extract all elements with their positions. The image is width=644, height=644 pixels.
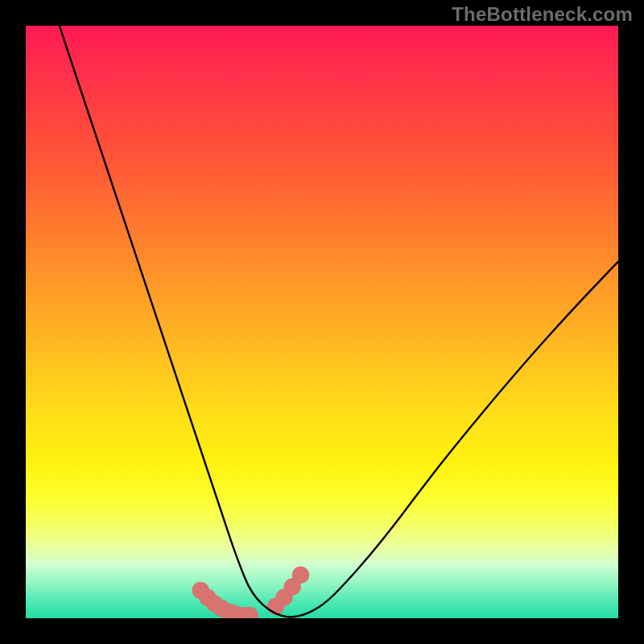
marker-dot [292,567,309,584]
watermark-text: TheBottleneck.com [452,3,633,26]
outer-frame: TheBottleneck.com [0,0,644,644]
marker-group [192,567,309,618]
bottleneck-curve [60,26,618,617]
plot-area [26,26,618,618]
chart-svg [26,26,618,618]
